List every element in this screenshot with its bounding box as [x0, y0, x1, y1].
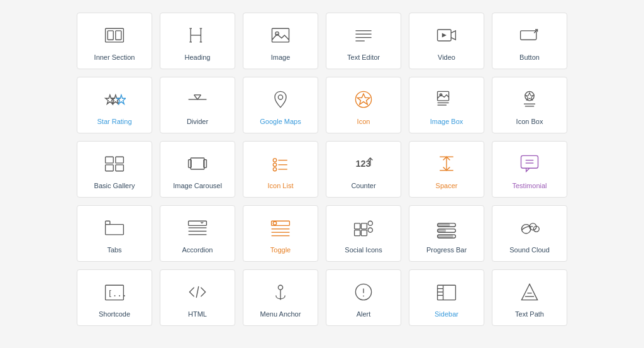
svg-rect-71 — [355, 223, 360, 229]
widget-label-spacer: Spacer — [436, 181, 458, 190]
widget-label-html: HTML — [188, 310, 207, 318]
widget-card-basic-gallery[interactable]: Basic Gallery — [77, 141, 152, 198]
widget-card-image-box[interactable]: Image Box — [409, 77, 484, 133]
svg-line-65 — [202, 222, 203, 223]
svg-rect-37 — [106, 157, 114, 163]
widget-label-progress-bar: Progress Bar — [426, 245, 467, 254]
widget-card-inner-section[interactable]: Inner Section — [77, 13, 152, 69]
toggle-icon — [268, 215, 293, 240]
svg-rect-38 — [116, 157, 124, 163]
widget-label-sound-cloud: Sound Cloud — [509, 245, 550, 254]
widget-label-basic-gallery: Basic Gallery — [94, 181, 135, 190]
widget-label-text-path: Text Path — [515, 310, 544, 318]
widget-label-testimonial: Testimonial — [512, 181, 547, 190]
svg-point-44 — [273, 159, 276, 162]
svg-rect-41 — [191, 158, 204, 169]
svg-rect-1 — [108, 31, 113, 40]
svg-point-46 — [273, 163, 276, 166]
svg-point-75 — [368, 221, 372, 225]
widget-card-divider[interactable]: Divider — [160, 77, 235, 133]
widget-card-google-maps[interactable]: Google Maps — [243, 77, 318, 133]
svg-rect-42 — [189, 160, 192, 168]
svg-line-25 — [197, 95, 201, 99]
widget-label-toggle: Toggle — [270, 245, 291, 254]
icon-list-icon — [268, 151, 293, 176]
widget-row-0: Inner Section Heading Image Text Editor … — [77, 13, 567, 69]
svg-rect-2 — [116, 31, 121, 40]
svg-marker-99 — [521, 284, 537, 300]
text-editor-icon — [351, 23, 376, 48]
widget-card-testimonial[interactable]: Testimonial — [492, 141, 567, 198]
widget-row-2: Basic Gallery Image Carousel Icon List 1… — [77, 141, 567, 198]
widget-card-icon[interactable]: Icon — [326, 77, 401, 133]
widget-card-html[interactable]: HTML — [160, 269, 235, 326]
progress-bar-icon — [434, 215, 459, 240]
widget-card-icon-list[interactable]: Icon List — [243, 141, 318, 198]
widget-card-text-path[interactable]: Text Path — [492, 269, 567, 326]
image-icon — [268, 23, 293, 48]
widget-label-counter: Counter — [351, 181, 375, 190]
widget-card-counter[interactable]: 123 Counter — [326, 141, 401, 198]
widget-card-sound-cloud[interactable]: Sound Cloud — [492, 205, 567, 262]
sidebar-icon — [434, 279, 459, 305]
widget-card-heading[interactable]: Heading — [160, 13, 235, 69]
google-maps-icon — [268, 87, 293, 112]
widget-label-shortcode: Shortcode — [99, 310, 130, 318]
svg-rect-94 — [438, 285, 456, 300]
inner-section-icon — [102, 23, 127, 48]
svg-rect-39 — [106, 165, 114, 171]
widget-label-menu-anchor: Menu Anchor — [260, 310, 301, 318]
widget-card-social-icons[interactable]: Social Icons — [326, 205, 401, 262]
widget-row-4: [...] Shortcode HTML Menu Anchor Alert S… — [77, 269, 567, 326]
widget-card-toggle[interactable]: Toggle — [243, 205, 318, 262]
divider-icon — [185, 87, 210, 112]
svg-point-89 — [278, 285, 282, 289]
svg-rect-80 — [438, 229, 447, 232]
svg-rect-74 — [361, 230, 367, 235]
basic-gallery-icon — [102, 151, 127, 176]
widget-label-image-carousel: Image Carousel — [173, 181, 222, 190]
widget-label-star-rating: Star Rating — [97, 117, 131, 126]
widget-label-image: Image — [271, 53, 291, 62]
svg-rect-59 — [106, 224, 124, 234]
widget-label-icon: Icon — [357, 117, 370, 126]
widget-card-video[interactable]: Video — [409, 13, 484, 69]
widget-label-icon-list: Icon List — [268, 181, 294, 190]
svg-rect-60 — [189, 221, 207, 225]
widget-row-1: Star Rating Divider Google Maps Icon Ima… — [77, 77, 567, 133]
widget-label-sidebar: Sidebar — [435, 310, 458, 318]
widget-card-star-rating[interactable]: Star Rating — [77, 77, 152, 133]
widget-card-icon-box[interactable]: Icon Box — [492, 77, 567, 133]
svg-rect-43 — [204, 160, 207, 168]
counter-icon: 123 — [351, 151, 376, 176]
widget-card-tabs[interactable]: Tabs — [77, 205, 152, 262]
widget-label-tabs: Tabs — [107, 245, 121, 254]
widget-label-accordion: Accordion — [182, 245, 213, 254]
widget-card-image[interactable]: Image — [243, 13, 318, 69]
widget-card-spacer[interactable]: Spacer — [409, 141, 484, 198]
testimonial-icon — [517, 151, 542, 176]
widget-card-button[interactable]: Button — [492, 13, 567, 69]
alert-icon — [351, 279, 376, 305]
widget-card-shortcode[interactable]: [...] Shortcode — [77, 269, 152, 326]
svg-rect-58 — [106, 221, 110, 224]
social-icons-icon — [351, 215, 376, 240]
tabs-icon — [102, 215, 127, 240]
svg-marker-17 — [442, 33, 447, 37]
heading-icon — [185, 23, 210, 48]
image-box-icon — [434, 87, 459, 112]
widget-card-alert[interactable]: Alert — [326, 269, 401, 326]
widget-grid: Inner Section Heading Image Text Editor … — [64, 6, 580, 340]
widget-card-text-editor[interactable]: Text Editor — [326, 13, 401, 69]
svg-line-24 — [194, 95, 197, 99]
widget-card-progress-bar[interactable]: Progress Bar — [409, 205, 484, 262]
svg-rect-10 — [272, 28, 289, 42]
widget-label-video: Video — [438, 53, 455, 62]
widget-card-image-carousel[interactable]: Image Carousel — [160, 141, 235, 198]
image-carousel-icon — [185, 151, 210, 176]
widget-card-menu-anchor[interactable]: Menu Anchor — [243, 269, 318, 326]
widget-label-heading: Heading — [185, 53, 211, 62]
widget-card-sidebar[interactable]: Sidebar — [409, 269, 484, 326]
svg-rect-78 — [438, 223, 450, 227]
widget-card-accordion[interactable]: Accordion — [160, 205, 235, 262]
